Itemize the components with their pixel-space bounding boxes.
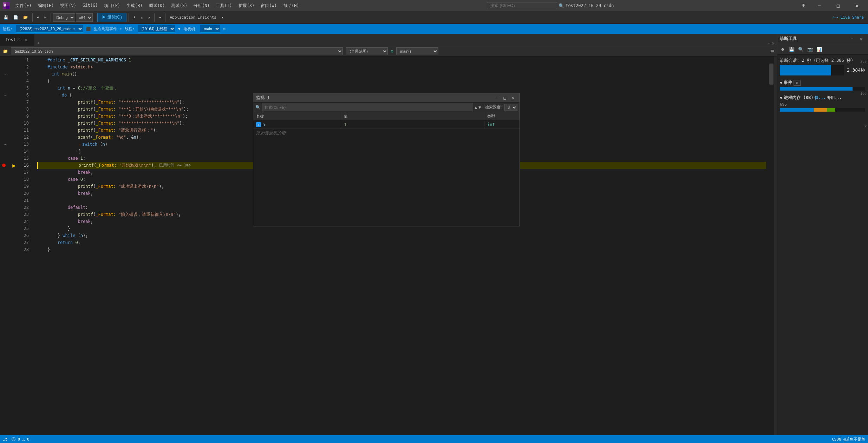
menu-help[interactable]: 帮助(H) <box>280 1 302 10</box>
menu-view[interactable]: 视图(V) <box>57 1 79 10</box>
menu-debug[interactable]: 调试(D) <box>146 1 168 10</box>
toolbar-step-over[interactable]: ⬇ <box>131 13 138 22</box>
diag-search-btn[interactable]: 🔍 <box>797 45 805 54</box>
search-depth-select[interactable]: 3 <box>504 104 517 111</box>
breakpoint-16[interactable] <box>0 162 11 169</box>
ln-5: 5 <box>18 85 32 92</box>
diag-settings-btn[interactable]: ⚙ <box>778 45 787 54</box>
tab-test-c[interactable]: test.c ✕ <box>0 33 34 46</box>
panel-close-icon[interactable]: ✕ <box>857 35 865 43</box>
menu-test[interactable]: 测试(S) <box>168 1 190 10</box>
function-select[interactable]: main() <box>396 47 438 55</box>
toolbar-sep-1 <box>32 13 33 22</box>
toolbar-new-file[interactable]: 📄 <box>11 13 20 22</box>
diag-chart-btn[interactable]: 📊 <box>815 45 823 54</box>
watch-var-n: n <box>262 122 265 127</box>
watch-maximize-btn[interactable]: □ <box>501 94 508 101</box>
lifecycle-label: 生命周期事件 <box>94 26 117 32</box>
editor-scrollbar[interactable] <box>769 57 774 443</box>
line-numbers: 1 2 3 4 5 6 7 8 9 10 11 12 13 14 15 16 1… <box>18 57 34 443</box>
menu-project[interactable]: 项目(P) <box>101 1 123 10</box>
toolbar-sep-6 <box>165 13 165 22</box>
watch-body: n n 1 int 添加要监视的项 <box>253 121 520 226</box>
watch-window: 监视 1 − □ ✕ 🔍 ▲ ▼ 搜索深度: 3 名称 值 类型 n n <box>253 93 520 226</box>
gutter-7 <box>0 99 11 106</box>
menu-extensions[interactable]: 扩展(X) <box>236 1 257 10</box>
project-breadcrumb[interactable]: test2022_10_29_csdn <box>11 47 343 55</box>
watch-col-value: 值 <box>341 112 484 120</box>
events-snap-btn[interactable]: ⊞ <box>794 80 801 86</box>
diag-camera-btn[interactable]: 📷 <box>806 45 814 54</box>
maximize-button[interactable]: □ <box>830 0 846 11</box>
gutter-6: − <box>0 92 11 99</box>
watch-row-n[interactable]: n n 1 int <box>253 121 520 129</box>
status-right: CSDN @若鱼不是鱼 <box>832 437 865 442</box>
svg-rect-1 <box>6 2 9 6</box>
session-label: 诊断会话: 2 秒 (已选择 2.386 秒) <box>780 58 865 64</box>
toolbar-sep-4 <box>129 13 129 22</box>
menu-git[interactable]: Git(G) <box>80 1 100 10</box>
diag-save-btn[interactable]: 💾 <box>788 45 796 54</box>
process-select[interactable]: [22828] test2022_10_29_csdn.e <box>16 25 83 33</box>
watch-minimize-btn[interactable]: − <box>493 94 500 101</box>
watch-add-item[interactable]: 添加要监视的项 <box>253 129 520 138</box>
menu-analyze[interactable]: 分析(N) <box>191 1 213 10</box>
folder-icon: 📁 <box>3 49 8 54</box>
title-search-input[interactable] <box>487 2 557 9</box>
diagnostics-title-bar: 诊断工具 − ✕ <box>777 34 868 44</box>
menu-tools[interactable]: 工具(T) <box>213 1 235 10</box>
debug-mode-select[interactable]: Debug <box>53 13 75 22</box>
rp-num-2: 100 <box>860 92 867 95</box>
watch-cell-value-n: 1 <box>341 121 484 128</box>
ln-28: 28 <box>18 246 32 253</box>
menu-edit[interactable]: 编辑(E) <box>35 1 57 10</box>
ln-8: 8 <box>18 106 32 113</box>
process-bar: 进程: [22828] test2022_10_29_csdn.e ⬛ 生命周期… <box>0 24 868 34</box>
editor-settings-icon[interactable]: ⚙ <box>771 41 774 46</box>
execution-arrow: ▶ <box>11 162 18 169</box>
application-insights-btn[interactable]: Application Insights <box>168 13 218 22</box>
minimize-button[interactable]: ─ <box>811 0 827 11</box>
menu-window[interactable]: 窗口(W) <box>258 1 280 10</box>
tab-add-button[interactable]: + <box>37 41 40 46</box>
menu-build[interactable]: 生成(B) <box>124 1 145 10</box>
toolbar-undo[interactable]: ↩ <box>35 13 41 22</box>
status-git-icon: ⎇ <box>3 437 7 442</box>
toolbar-run-to-cursor[interactable]: → <box>157 13 163 22</box>
close-button[interactable]: ✕ <box>849 0 865 11</box>
stack-select[interactable]: main <box>200 25 220 33</box>
diagnostics-title: 诊断工具 <box>780 36 797 42</box>
code-line-4: { <box>37 78 766 85</box>
continue-button[interactable]: ▶ 继续(O) <box>97 13 126 22</box>
menu-file[interactable]: 文件(F) <box>13 1 34 10</box>
rp-num-3: 0 <box>864 124 867 127</box>
live-share-btn[interactable]: ⟺ Live Share <box>830 15 867 20</box>
watch-search-input[interactable] <box>262 104 473 111</box>
status-user: CSDN @若鱼不是鱼 <box>832 437 865 442</box>
watch-close-btn[interactable]: ✕ <box>510 94 517 101</box>
watch-search-down-btn[interactable]: ▼ <box>478 105 481 110</box>
scope-select[interactable]: (全局范围) <box>346 47 388 55</box>
search-icon: 🔍 <box>559 3 564 8</box>
toolbar-open[interactable]: 📂 <box>21 13 30 22</box>
arch-select[interactable]: x64 <box>76 13 93 22</box>
code-line-2: #include <stdio.h> <box>37 64 766 71</box>
app-insights-dropdown[interactable]: ▾ <box>219 13 226 22</box>
editor-split-icon[interactable]: ⊞ <box>771 48 774 54</box>
gutter-22 <box>0 204 11 211</box>
tab-overflow-icon[interactable]: ▾ <box>768 41 770 46</box>
tab-test-c-close[interactable]: ✕ <box>23 37 28 42</box>
toolbar-step-out[interactable]: ↗ <box>145 13 152 22</box>
watch-title-bar[interactable]: 监视 1 − □ ✕ <box>253 93 520 103</box>
panel-minimize-icon[interactable]: − <box>848 35 856 43</box>
title-search-area: 🔍 test2022_10_29_csdn <box>487 2 614 9</box>
toolbar-save[interactable]: 💾 <box>1 13 11 22</box>
code-line-3: −int main() <box>37 71 766 78</box>
ln-27: 27 <box>18 239 32 246</box>
status-bar: ⎇ ⓪ 0 △ 0 CSDN @若鱼不是鱼 <box>0 435 868 443</box>
scrollbar-thumb[interactable] <box>769 64 774 85</box>
watch-search-up-btn[interactable]: ▲ <box>475 105 477 110</box>
toolbar-redo[interactable]: ↪ <box>42 13 49 22</box>
toolbar-step-into[interactable]: ↘ <box>138 13 145 22</box>
thread-select[interactable]: [19164] 主线程 <box>138 25 175 33</box>
